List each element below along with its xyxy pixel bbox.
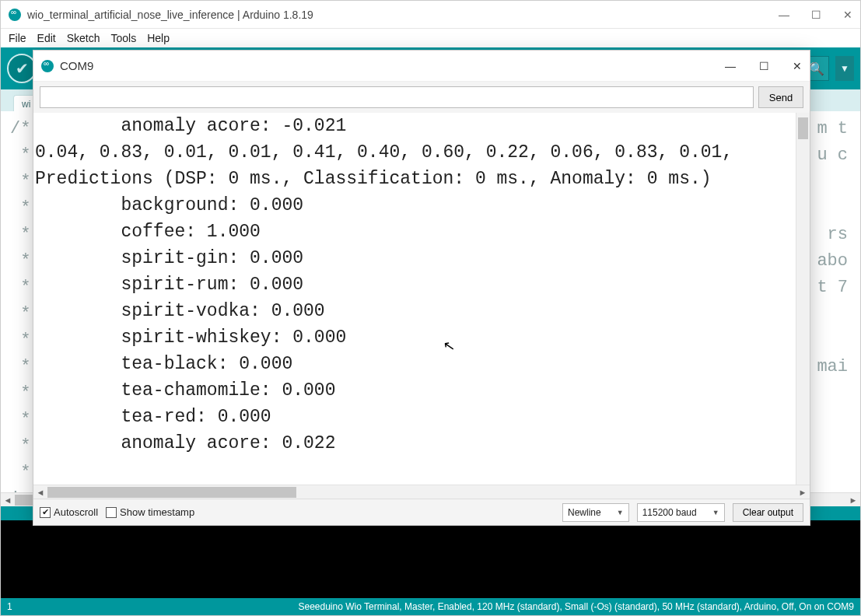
scroll-right-icon[interactable]: ► bbox=[846, 495, 860, 505]
minimize-icon[interactable]: — bbox=[779, 9, 789, 21]
clear-output-button[interactable]: Clear output bbox=[733, 503, 803, 522]
autoscroll-checkbox[interactable]: ✔ Autoscroll bbox=[40, 506, 98, 518]
h-scroll-thumb[interactable] bbox=[47, 487, 296, 498]
ide-titlebar: wio_terminal_artificial_nose_live_infere… bbox=[1, 1, 860, 29]
scroll-right-icon[interactable]: ► bbox=[796, 488, 810, 497]
line-ending-select[interactable]: Newline ▼ bbox=[562, 503, 629, 522]
ide-menubar: File Edit Sketch Tools Help bbox=[1, 29, 860, 47]
ide-console[interactable] bbox=[1, 520, 860, 598]
scroll-left-icon[interactable]: ◄ bbox=[33, 488, 47, 497]
baud-rate-select[interactable]: 115200 baud ▼ bbox=[637, 503, 725, 522]
timestamp-checkbox[interactable]: Show timestamp bbox=[106, 506, 194, 518]
arduino-logo-icon bbox=[41, 60, 54, 72]
menu-help[interactable]: Help bbox=[142, 30, 174, 46]
serial-titlebar: COM9 — ☐ ✕ bbox=[33, 51, 810, 82]
serial-window-controls: — ☐ ✕ bbox=[725, 60, 802, 72]
editor-right-text: m t u c rs abo t 7 mai bbox=[817, 116, 848, 380]
serial-output-text[interactable]: anomaly acore: -0.021 0.04, 0.83, 0.01, … bbox=[33, 113, 810, 485]
menu-edit[interactable]: Edit bbox=[33, 30, 61, 46]
serial-footer: ✔ Autoscroll Show timestamp Newline ▼ 11… bbox=[33, 499, 810, 525]
toolbar-dropdown-icon[interactable]: ▼ bbox=[835, 56, 854, 81]
checkbox-icon: ✔ bbox=[40, 507, 51, 518]
menu-tools[interactable]: Tools bbox=[107, 30, 142, 46]
status-line-number: 1 bbox=[7, 601, 12, 612]
ide-window-controls: — ☐ ✕ bbox=[779, 9, 852, 21]
maximize-icon[interactable]: ☐ bbox=[759, 60, 769, 72]
close-icon[interactable]: ✕ bbox=[843, 9, 852, 21]
scroll-left-icon[interactable]: ◄ bbox=[1, 495, 15, 505]
serial-send-input[interactable] bbox=[40, 86, 754, 108]
ide-title: wio_terminal_artificial_nose_live_infere… bbox=[27, 9, 313, 21]
serial-input-row: Send bbox=[33, 82, 810, 113]
serial-title: COM9 bbox=[60, 59, 93, 72]
timestamp-label: Show timestamp bbox=[120, 506, 194, 518]
send-button[interactable]: Send bbox=[758, 86, 803, 108]
status-board-info: Seeeduino Wio Terminal, Master, Enabled,… bbox=[12, 601, 854, 612]
maximize-icon[interactable]: ☐ bbox=[811, 9, 821, 21]
baud-rate-value: 115200 baud bbox=[642, 507, 697, 518]
close-icon[interactable]: ✕ bbox=[793, 60, 802, 72]
menu-file[interactable]: File bbox=[4, 30, 31, 46]
serial-output-area: anomaly acore: -0.021 0.04, 0.83, 0.01, … bbox=[33, 113, 810, 499]
line-ending-value: Newline bbox=[568, 507, 601, 518]
serial-monitor-window: COM9 — ☐ ✕ Send anomaly acore: -0.021 0.… bbox=[33, 50, 810, 526]
checkbox-icon bbox=[106, 507, 117, 518]
chevron-down-icon: ▼ bbox=[617, 509, 624, 516]
chevron-down-icon: ▼ bbox=[712, 509, 719, 516]
arduino-logo-icon bbox=[9, 9, 21, 21]
serial-v-scrollbar[interactable] bbox=[796, 113, 810, 485]
ide-bottom-statusbar: 1 Seeeduino Wio Terminal, Master, Enable… bbox=[1, 598, 860, 615]
autoscroll-label: Autoscroll bbox=[54, 506, 98, 518]
serial-h-scrollbar[interactable]: ◄ ► bbox=[33, 485, 810, 499]
v-scroll-thumb[interactable] bbox=[798, 117, 808, 139]
menu-sketch[interactable]: Sketch bbox=[62, 30, 105, 46]
minimize-icon[interactable]: — bbox=[725, 60, 736, 72]
